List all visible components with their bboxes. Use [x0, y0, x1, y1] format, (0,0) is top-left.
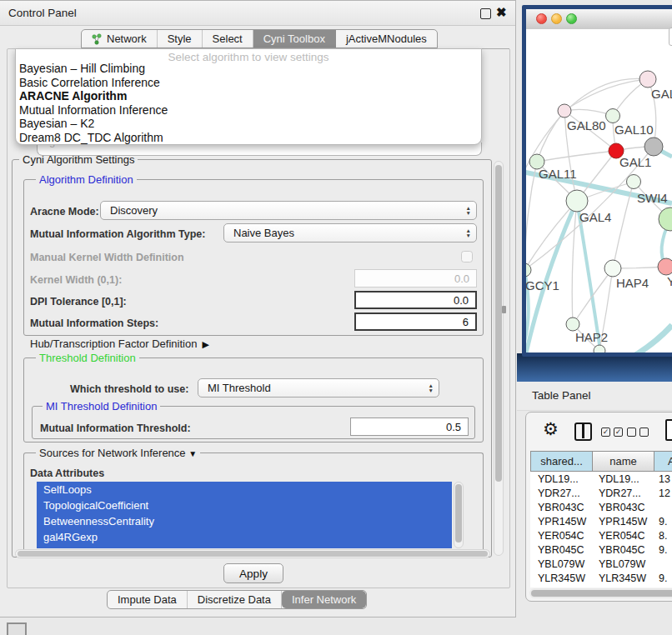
close-icon[interactable]: ✖: [496, 5, 507, 20]
dropdown-option[interactable]: Basic Correlation Inference: [16, 76, 481, 90]
aracne-mode-select[interactable]: Discovery ▲▼: [100, 201, 477, 220]
collapse-down-icon: ▼: [188, 449, 197, 458]
mi-steps-input[interactable]: 6: [354, 312, 477, 331]
close-window-icon[interactable]: [536, 13, 547, 24]
panel-title: Control Panel: [8, 7, 77, 19]
node-gal1-label: GAL1: [619, 155, 651, 169]
attribute-item[interactable]: SelfLoops: [37, 482, 452, 498]
tab-select[interactable]: Select: [203, 30, 253, 48]
column-header-shared-name[interactable]: shared...: [531, 452, 593, 471]
node-bottom[interactable]: [594, 345, 605, 352]
table-cell: YDL19...: [592, 473, 654, 485]
tab-discretize-data[interactable]: Discretize Data: [188, 591, 282, 608]
table-cell: 9.: [654, 572, 667, 584]
tab-infer-network[interactable]: Infer Network: [282, 591, 366, 608]
node-gray[interactable]: [644, 138, 663, 156]
tab-impute-data-label: Impute Data: [118, 593, 177, 606]
mi-threshold-input[interactable]: 0.5: [350, 418, 469, 436]
table-row[interactable]: YBR043CYBR043C: [530, 500, 672, 514]
table-row[interactable]: YDL19...YDL19...13: [530, 472, 672, 486]
float-panel-icon[interactable]: [480, 8, 491, 19]
attributes-scrollbar[interactable]: [454, 482, 464, 548]
tab-style[interactable]: Style: [158, 30, 203, 48]
select-all-icon[interactable]: ✓: [601, 428, 610, 437]
kernel-width-input[interactable]: 0.0: [354, 269, 477, 288]
table-cell: YBR043C: [530, 502, 592, 513]
table-row[interactable]: YLR345WYLR345W9.: [530, 571, 672, 585]
attributes-scrollbar-thumb[interactable]: [455, 484, 462, 542]
tab-infer-network-label: Infer Network: [292, 593, 356, 606]
settings-vertical-scrollbar[interactable]: [494, 161, 504, 556]
dropdown-option[interactable]: ARACNE Algorithm: [16, 89, 481, 103]
zoom-window-icon[interactable]: [566, 13, 577, 24]
table-header-row: shared... name A: [530, 451, 672, 472]
settings-gear-icon[interactable]: ⚙: [543, 419, 559, 439]
table-cell: YDR27...: [592, 488, 654, 499]
manual-kernel-checkbox[interactable]: [461, 251, 473, 262]
dropdown-option[interactable]: Mutual Information Inference: [16, 103, 481, 118]
split-columns-icon[interactable]: [574, 422, 592, 441]
table-cell: YDL19...: [530, 473, 592, 485]
network-canvas[interactable]: GALGAL80GAL10GAL1GAL11SWI4GAL4GCY1HAP4YH…: [526, 29, 672, 352]
table-row[interactable]: YBR045CYBR045C9.: [530, 542, 672, 557]
tab-cyni-toolbox[interactable]: Cyni Toolbox: [253, 30, 336, 48]
minimized-panel-icon[interactable]: [7, 622, 27, 635]
node-big-right[interactable]: [659, 208, 672, 231]
tab-jactivemnodules[interactable]: jActiveMNodules: [336, 30, 437, 48]
dropdown-option[interactable]: Bayesian – Hill Climbing: [16, 62, 481, 76]
table-row[interactable]: YER054CYER054C8.: [530, 528, 672, 542]
node-salmon[interactable]: [658, 258, 672, 275]
table-cell: YPR145W: [530, 516, 592, 528]
table-row[interactable]: YIL052CYIL052C9.: [530, 585, 672, 588]
attribute-item[interactable]: BetweennessCentrality: [37, 513, 452, 529]
column-header-name[interactable]: name: [593, 452, 654, 471]
file-icon[interactable]: [665, 419, 672, 441]
select-all-icon-2[interactable]: ✓: [614, 428, 623, 437]
table-cell: YLR345W: [592, 572, 654, 584]
node-gal80[interactable]: [558, 104, 571, 118]
table-cell: YPR145W: [592, 516, 654, 528]
tab-network[interactable]: Network: [82, 30, 158, 48]
hub-definition-label: Hub/Transcription Factor Definition: [30, 338, 197, 350]
node-hap2[interactable]: [566, 318, 579, 331]
node-hap4[interactable]: [604, 260, 621, 277]
network-window-titlebar[interactable]: [526, 9, 672, 30]
dropdown-option[interactable]: Bayesian – K2: [16, 117, 481, 131]
network-edge: [537, 111, 564, 162]
dpi-tolerance-input[interactable]: 0.0: [354, 291, 477, 309]
settings-scrollbar-thumb[interactable]: [495, 165, 502, 482]
deselect-all-icon[interactable]: [627, 428, 636, 437]
table-row[interactable]: YPR145WYPR145W9.: [530, 514, 672, 528]
attribute-item[interactable]: TopologicalCoefficient: [37, 498, 452, 513]
node-gal4[interactable]: [566, 190, 588, 212]
table-row[interactable]: YDR27...YDR27...12: [530, 486, 672, 500]
column-header-clipped[interactable]: A: [654, 452, 672, 471]
deselect-all-icon-2[interactable]: [639, 428, 649, 437]
birdseye-toggle[interactable]: [669, 28, 672, 46]
tab-impute-data[interactable]: Impute Data: [108, 591, 188, 608]
node-swi4[interactable]: [627, 175, 641, 189]
panel-splitter-handle[interactable]: [502, 306, 506, 313]
settings-horizontal-scrollbar[interactable]: [15, 549, 490, 558]
network-graph[interactable]: GALGAL80GAL10GAL1GAL11SWI4GAL4GCY1HAP4YH…: [526, 29, 672, 352]
table-panel: ⚙ ✓ ✓ shared... name A YDL19...YDL19...1…: [525, 412, 672, 602]
mi-type-select[interactable]: Naive Bayes ▲▼: [223, 223, 477, 242]
hub-definition-expander[interactable]: Hub/Transcription Factor Definition▶: [30, 338, 209, 350]
table-horizontal-scrollbar[interactable]: [529, 588, 672, 598]
settings-hscrollbar-thumb[interactable]: [18, 551, 488, 557]
minimize-window-icon[interactable]: [551, 13, 562, 24]
node-gal10[interactable]: [606, 109, 620, 123]
data-attributes-list[interactable]: SelfLoopsTopologicalCoefficientBetweenne…: [37, 482, 452, 548]
aracne-mode-label: Aracne Mode:: [30, 206, 99, 218]
sources-title[interactable]: Sources for Network Inference ▼: [36, 447, 200, 459]
dropdown-option[interactable]: Dream8 DC_TDC Algorithm: [16, 131, 481, 145]
table-cell: 8.: [654, 530, 667, 542]
node-gal-top[interactable]: [639, 71, 656, 88]
table-hscrollbar-thumb[interactable]: [531, 590, 672, 597]
table-row[interactable]: YBL079WYBL079W: [530, 557, 672, 571]
apply-button[interactable]: Apply: [223, 563, 283, 583]
mi-type-value: Naive Bayes: [233, 227, 294, 239]
attribute-item[interactable]: gal4RGexp: [37, 529, 452, 545]
which-threshold-select[interactable]: MI Threshold ▲▼: [198, 378, 439, 398]
table-cell: YBR043C: [592, 502, 654, 513]
